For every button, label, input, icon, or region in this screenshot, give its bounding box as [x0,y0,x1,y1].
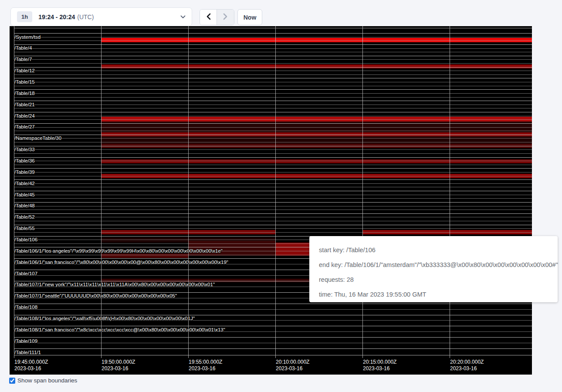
span-boundary-line [14,123,532,124]
time-gridline [450,26,450,358]
span-boundary-line [14,89,532,90]
x-tick-time: 19:55:00.000Z [189,359,222,365]
key-visualizer-canvas[interactable]: /System/tsd/Table/4/Table/7/Table/12/Tab… [10,26,532,375]
time-range-selector[interactable]: 1h 19:24 - 20:24 (UTC) [10,7,192,26]
row-label: /System/tsd [14,34,41,40]
span-boundary-line [14,315,532,315]
time-gridline [362,26,363,358]
row-label: /Table/24 [14,113,35,118]
span-boundary-line [14,33,532,34]
x-tick-time: 19:50:00.000Z [102,359,135,365]
time-nav-group [200,9,234,25]
span-boundary-line [14,67,532,68]
time-preset-badge: 1h [17,11,32,22]
row-label: /Table/107 [14,271,37,276]
span-tooltip: start key: /Table/106 end key: /Table/10… [309,236,558,302]
span-boundary-line [14,191,532,191]
time-range-timezone: (UTC) [77,14,94,20]
span-boundary-line [14,179,532,180]
span-boundary-line [14,71,532,71]
span-boundary-line [14,28,532,28]
x-tick-time: 20:10:00.000Z [276,359,309,365]
row-label: /Table/18 [14,91,35,96]
span-boundary-line [14,304,532,304]
row-label: /Table/52 [14,214,35,220]
row-label: /Table/106/1/"los angeles"/"\x99\x99\x99… [14,248,223,253]
span-boundary-line [14,161,532,161]
tooltip-requests: requests: 28 [319,275,548,284]
row-label: /Table/108 [14,304,37,310]
x-axis-tick: 20:10:00.000Z2023-03-16 [276,359,309,372]
time-range-text: 19:24 - 20:24 [38,14,75,20]
x-axis-tick: 20:20:00.000Z2023-03-16 [450,359,484,372]
span-boundary-line [14,59,532,60]
time-gridline [101,26,102,358]
row-label: /Table/107/1/"new york"/"\x11\x11\x11\x1… [14,282,215,287]
row-label: /Table/111/1 [14,350,41,355]
span-boundary-line [14,202,532,203]
tooltip-time: time: Thu, 16 Mar 2023 19:55:00 GMT [319,290,548,299]
tooltip-start-key: start key: /Table/106 [319,245,548,255]
span-boundary-line [14,225,532,225]
span-boundary-line [14,37,532,37]
span-boundary-line [14,168,532,169]
chevron-left-icon [206,13,211,21]
span-boundary-line [14,309,532,310]
span-boundary-line [14,232,532,233]
now-button[interactable]: Now [237,9,262,25]
toolbar: 1h 19:24 - 20:24 (UTC) Now [0,0,562,26]
row-label: /Table/27 [14,124,35,129]
hot-span-band [101,159,532,163]
time-gridline [188,26,189,358]
span-boundary-line [14,138,532,139]
row-label: /Table/42 [14,181,35,186]
span-boundary-line [14,82,532,82]
x-tick-date: 2023-03-16 [363,365,396,372]
span-boundary-line [14,63,532,64]
next-time-button[interactable] [217,10,234,25]
time-gridline [275,26,276,358]
span-boundary-line [14,142,532,142]
hot-span-band [101,253,188,258]
span-boundary-line [14,108,532,108]
span-boundary-line [14,93,532,94]
row-label: /Table/106 [14,237,37,242]
row-label: /Table/12 [14,68,35,73]
chevron-down-icon [180,15,186,19]
span-boundary-line [14,131,532,131]
row-label: /Table/45 [14,192,35,197]
span-boundary-line [14,105,532,105]
span-boundary-line [14,217,532,217]
span-boundary-line [14,221,532,221]
x-tick-time: 20:20:00.000Z [450,359,484,365]
span-boundary-line [14,97,532,98]
span-boundary-line [14,56,532,56]
row-label: /Table/33 [14,147,35,152]
span-boundary-line [14,165,532,165]
hot-span-band [101,38,532,42]
row-label: /Table/7 [14,57,32,62]
prev-time-button[interactable] [200,10,217,25]
row-label: /Table/107/1/"seattle"/"UUUUUUD\x00\x80\… [14,293,177,298]
row-label: /Table/21 [14,102,35,107]
span-boundary-line [14,116,532,116]
span-boundary-line [14,119,532,120]
x-tick-date: 2023-03-16 [276,365,309,372]
row-label: /Table/15 [14,79,35,84]
span-boundary-line [14,112,532,112]
span-boundary-line [14,198,532,199]
x-tick-date: 2023-03-16 [102,365,135,372]
span-boundary-line [14,343,532,343]
span-boundary-line [14,135,532,135]
span-boundary-line [14,41,532,41]
hot-span-band [101,64,532,68]
span-boundary-line [14,176,532,176]
show-span-boundaries-checkbox[interactable] [9,378,15,384]
span-boundary-line [14,326,532,326]
row-label: /Table/55 [14,226,35,231]
x-tick-date: 2023-03-16 [189,365,222,372]
row-label: /Table/106/1/"san francisco"/"\x80\x00\x… [14,260,228,265]
span-boundary-line [14,157,532,158]
tooltip-end-key: end key: /Table/106/1/"amsterdam"/"\xb33… [319,260,548,270]
x-axis-tick: 19:45:00.000Z2023-03-16 [14,359,48,372]
